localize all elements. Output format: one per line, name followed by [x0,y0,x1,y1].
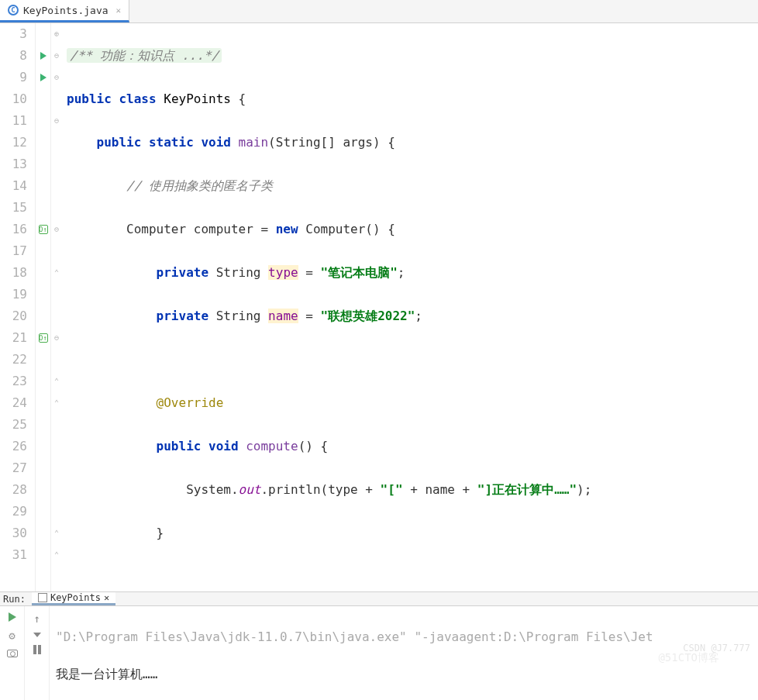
line-number: 12 [0,132,32,153]
scroll-up-icon[interactable]: ↑ [33,612,40,625]
line-number: 3 [0,23,32,45]
fold-toggle[interactable]: ⊕ [51,23,62,45]
run-tabname: KeyPoints [50,592,101,603]
fold-toggle[interactable]: ⊖ [51,45,62,67]
fold-gutter: ⊕ ⊖ ⊖ ⊖ ⊖ ⌃ ⊖ ⌃ ⌃ ⌃ ⌃ [51,23,62,591]
scroll-down-icon[interactable] [33,633,41,637]
run-main-icon[interactable] [40,74,47,81]
fold-end[interactable]: ⌃ [51,262,62,284]
fold-toggle[interactable]: ⊖ [51,110,62,132]
line-number: 13 [0,153,32,175]
java-class-icon: C [8,5,19,16]
run-markers-gutter: O↑ O↑ [36,23,51,591]
line-number: 16 [0,219,32,240]
tab-keypoints[interactable]: C KeyPoints.java ✕ [0,0,129,22]
run-toolbar-1: ⚙ [0,606,25,700]
line-number: 10 [0,88,32,110]
line-number: 21 [0,327,32,349]
close-icon[interactable]: ✕ [104,592,109,603]
fold-toggle[interactable]: ⊖ [51,67,62,88]
line-number: 8 [0,45,32,67]
line-number: 14 [0,175,32,197]
run-button[interactable] [9,612,16,622]
close-icon[interactable]: ✕ [116,5,122,16]
line-number: 23 [0,371,32,392]
line-number: 28 [0,479,32,501]
snapshot-button[interactable] [7,650,18,657]
line-number: 9 [0,67,32,88]
fold-toggle[interactable]: ⊖ [51,219,62,240]
run-toolbar-2: ↑ [25,606,50,700]
line-number-gutter: 3 8 9 10 11 12 13 14 15 16 17 18 19 20 2… [0,23,36,591]
doc-comment: /** 功能：知识点 ...*/ [67,48,222,63]
fold-end[interactable]: ⌃ [51,544,62,566]
line-number: 18 [0,262,32,284]
watermark: CSDN @J7.777 [683,643,750,653]
override-icon[interactable]: O↑ [39,225,48,234]
line-number: 15 [0,197,32,219]
override-icon[interactable]: O↑ [39,333,48,343]
run-class-icon[interactable] [40,52,47,60]
editor-tab-bar: C KeyPoints.java ✕ [0,0,758,23]
line-number: 11 [0,110,32,132]
fold-end[interactable]: ⌃ [51,522,62,544]
line-number: 31 [0,544,32,566]
line-number: 22 [0,349,32,371]
line-number: 24 [0,392,32,414]
line-number: 20 [0,305,32,327]
run-tab[interactable]: KeyPoints ✕ [32,592,115,605]
line-number: 29 [0,501,32,522]
console-command: "D:\Program Files\Java\jdk-11.0.7\bin\ja… [56,628,752,647]
line-number: 26 [0,436,32,457]
tab-filename: KeyPoints.java [23,5,109,16]
fold-end[interactable]: ⌃ [51,392,62,414]
line-number: 17 [0,240,32,262]
fold-end[interactable]: ⌃ [51,371,62,392]
editor[interactable]: 3 8 9 10 11 12 13 14 15 16 17 18 19 20 2… [0,23,758,591]
console-line: 我是一台计算机…… [56,665,752,684]
app-icon [38,593,47,602]
run-panel-header: Run: KeyPoints ✕ [0,592,758,606]
soft-wrap-icon[interactable] [33,645,41,654]
line-number: 25 [0,414,32,436]
console-output[interactable]: "D:\Program Files\Java\jdk-11.0.7\bin\ja… [50,606,758,700]
code-content[interactable]: /** 功能：知识点 ...*/ public class KeyPoints … [62,23,758,591]
line-number: 19 [0,284,32,305]
run-label: Run: [3,594,26,605]
line-number: 30 [0,522,32,544]
line-number: 27 [0,457,32,479]
debug-button[interactable]: ⚙ [9,629,15,642]
run-panel: Run: KeyPoints ✕ ⚙ ↑ "D:\Program Files\J… [0,591,758,700]
fold-toggle[interactable]: ⊖ [51,327,62,349]
